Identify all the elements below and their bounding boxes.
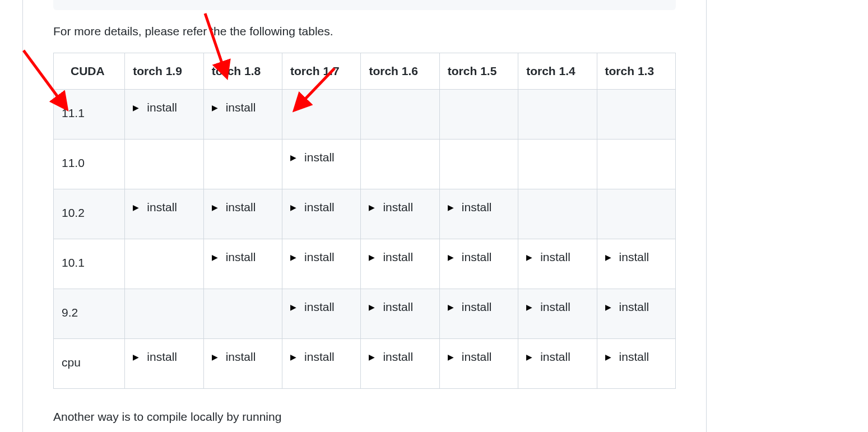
outro-text: Another way is to compile locally by run… — [53, 408, 676, 426]
col-header-torch-1.6: torch 1.6 — [361, 53, 439, 89]
install-disclosure[interactable]: ▶install — [605, 300, 649, 314]
cell: ▶install — [203, 338, 282, 388]
disclosure-triangle-icon: ▶ — [290, 153, 296, 162]
cell: ▶install — [361, 189, 439, 239]
install-label: install — [619, 350, 649, 363]
disclosure-triangle-icon: ▶ — [212, 103, 218, 112]
install-disclosure[interactable]: ▶install — [290, 151, 335, 164]
cell: ▶install — [282, 239, 361, 289]
cell: ▶install — [439, 289, 518, 338]
install-label: install — [147, 201, 177, 213]
cell — [518, 139, 597, 189]
install-disclosure[interactable]: ▶install — [133, 350, 177, 364]
install-disclosure[interactable]: ▶install — [290, 250, 335, 264]
cell — [597, 139, 675, 189]
install-disclosure[interactable]: ▶install — [212, 101, 256, 114]
col-header-torch-1.4: torch 1.4 — [518, 53, 597, 89]
table-row: 10.1▶install▶install▶install▶install▶ins… — [54, 239, 676, 289]
install-disclosure[interactable]: ▶install — [526, 300, 570, 314]
cell — [203, 139, 282, 189]
install-label: install — [226, 250, 256, 263]
cell: ▶install — [361, 289, 439, 338]
cell: ▶install — [518, 289, 597, 338]
table-row: 10.2▶install▶install▶install▶install▶ins… — [54, 189, 676, 239]
table-row: cpu▶install▶install▶install▶install▶inst… — [54, 338, 676, 388]
cell: ▶install — [597, 239, 675, 289]
cell: ▶install — [597, 289, 675, 338]
cell: ▶install — [282, 338, 361, 388]
cell: ▶install — [361, 338, 439, 388]
install-disclosure[interactable]: ▶install — [212, 201, 256, 214]
disclosure-triangle-icon: ▶ — [290, 303, 296, 312]
cell: ▶install — [203, 189, 282, 239]
disclosure-triangle-icon: ▶ — [369, 203, 375, 212]
install-disclosure[interactable]: ▶install — [369, 350, 413, 364]
code-block-placeholder — [53, 0, 676, 10]
install-disclosure[interactable]: ▶install — [369, 250, 413, 264]
disclosure-triangle-icon: ▶ — [369, 253, 375, 262]
install-disclosure[interactable]: ▶install — [526, 350, 570, 364]
install-disclosure[interactable]: ▶install — [290, 300, 335, 314]
disclosure-triangle-icon: ▶ — [290, 203, 296, 212]
row-header-10.2: 10.2 — [54, 189, 125, 239]
install-label: install — [147, 101, 177, 114]
install-disclosure[interactable]: ▶install — [526, 250, 570, 264]
cell: ▶install — [282, 139, 361, 189]
install-disclosure[interactable]: ▶install — [369, 201, 413, 214]
install-disclosure[interactable]: ▶install — [212, 250, 256, 264]
disclosure-triangle-icon: ▶ — [133, 203, 139, 212]
cell — [439, 139, 518, 189]
row-header-10.1: 10.1 — [54, 239, 125, 289]
cell — [203, 289, 282, 338]
install-label: install — [383, 201, 413, 213]
install-disclosure[interactable]: ▶install — [290, 350, 335, 364]
cell — [125, 289, 203, 338]
cell — [597, 89, 675, 139]
install-disclosure[interactable]: ▶install — [448, 250, 492, 264]
cell: ▶install — [282, 289, 361, 338]
install-label: install — [304, 151, 335, 164]
disclosure-triangle-icon: ▶ — [212, 203, 218, 212]
row-header-11.1: 11.1 — [54, 89, 125, 139]
install-label: install — [540, 350, 570, 363]
disclosure-triangle-icon: ▶ — [526, 303, 532, 312]
cell — [518, 89, 597, 139]
install-label: install — [226, 101, 256, 114]
install-disclosure[interactable]: ▶install — [290, 201, 335, 214]
cell: ▶install — [203, 239, 282, 289]
disclosure-triangle-icon: ▶ — [448, 253, 454, 262]
table-row: 11.1▶install▶install — [54, 89, 676, 139]
row-header-9.2: 9.2 — [54, 289, 125, 338]
cell — [361, 139, 439, 189]
disclosure-triangle-icon: ▶ — [212, 352, 218, 361]
cell — [125, 239, 203, 289]
install-label: install — [304, 300, 335, 313]
install-disclosure[interactable]: ▶install — [212, 350, 256, 364]
install-label: install — [383, 300, 413, 313]
install-disclosure[interactable]: ▶install — [133, 101, 177, 114]
cell: ▶install — [203, 89, 282, 139]
disclosure-triangle-icon: ▶ — [133, 352, 139, 361]
install-label: install — [226, 201, 256, 213]
install-disclosure[interactable]: ▶install — [448, 350, 492, 364]
install-disclosure[interactable]: ▶install — [133, 201, 177, 214]
cell: ▶install — [125, 338, 203, 388]
disclosure-triangle-icon: ▶ — [448, 203, 454, 212]
install-disclosure[interactable]: ▶install — [448, 201, 492, 214]
install-disclosure[interactable]: ▶install — [369, 300, 413, 314]
cell: ▶install — [518, 239, 597, 289]
col-header-torch-1.7: torch 1.7 — [282, 53, 361, 89]
install-disclosure[interactable]: ▶install — [448, 300, 492, 314]
install-disclosure[interactable]: ▶install — [605, 250, 649, 264]
cell — [125, 139, 203, 189]
install-label: install — [147, 350, 177, 363]
disclosure-triangle-icon: ▶ — [448, 303, 454, 312]
cell: ▶install — [439, 338, 518, 388]
disclosure-triangle-icon: ▶ — [605, 253, 611, 262]
install-disclosure[interactable]: ▶install — [605, 350, 649, 364]
col-header-torch-1.8: torch 1.8 — [203, 53, 282, 89]
install-label: install — [619, 250, 649, 263]
install-label: install — [540, 250, 570, 263]
install-label: install — [462, 201, 492, 213]
row-header-11.0: 11.0 — [54, 139, 125, 189]
